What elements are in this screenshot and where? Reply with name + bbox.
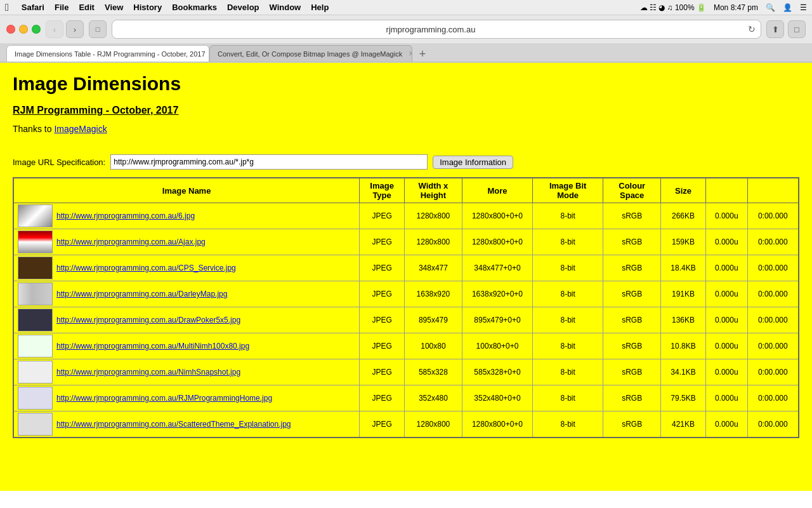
minimize-button[interactable] xyxy=(19,25,28,34)
tab-label-active: Image Dimensions Table - RJM Programming… xyxy=(15,50,206,58)
imagemagick-link[interactable]: ImageMagick xyxy=(54,124,107,134)
col-header-extra2 xyxy=(747,178,799,203)
cell-name-0: http://www.rjmprogramming.com.au/6.jpg xyxy=(13,203,360,229)
browser-toolbar: ‹ › □ ↻ ⬆ □ xyxy=(0,15,812,43)
address-bar-input[interactable] xyxy=(117,25,744,34)
cell-wh-0: 812x508 xyxy=(404,203,462,229)
cell-extra2-0: 0:00.000 xyxy=(747,203,799,229)
menu-window[interactable]: Window xyxy=(270,3,301,12)
cell-name-2: http://www.rjmprogramming.com.au/CPS_Ser… xyxy=(13,255,360,281)
tab-inactive[interactable]: Convert, Edit, Or Compose Bitmap Images … xyxy=(209,45,412,62)
cell-wh-6: 585x328 xyxy=(404,359,462,385)
image-information-button[interactable]: Image Information xyxy=(433,156,513,169)
tab-label-inactive: Convert, Edit, Or Compose Bitmap Images … xyxy=(218,50,402,58)
cell-type-5: JPEG xyxy=(360,333,405,359)
cell-type-8: JPEG xyxy=(360,411,405,438)
table-row: http://www.rjmprogramming.com.au/Scatter… xyxy=(13,411,799,438)
cell-extra1-3: 0.000u xyxy=(705,281,747,307)
cell-extra1-1: 0.000u xyxy=(705,229,747,255)
cell-wh-8: 812x508 xyxy=(404,411,462,438)
cell-colspace-3: sRGB xyxy=(603,281,661,307)
forward-button[interactable]: › xyxy=(66,20,84,38)
menu-edit[interactable]: Edit xyxy=(79,3,95,12)
table-row: http://www.rjmprogramming.com.au/CPS_Ser… xyxy=(13,255,799,281)
image-link-5[interactable]: http://www.rjmprogramming.com.au/MultiNi… xyxy=(56,342,249,351)
menu-status-icons: ☁ ☷ ◕ ♫ 100% 🔋 xyxy=(640,3,706,12)
menu-profile-icon[interactable]: 👤 xyxy=(783,3,792,12)
col-header-type: Image Type xyxy=(360,178,405,203)
menu-file[interactable]: File xyxy=(55,3,69,12)
cell-wh-5: 100x80 xyxy=(404,333,462,359)
reader-view-button[interactable]: □ xyxy=(89,20,107,38)
image-link-1[interactable]: http://www.rjmprogramming.com.au/Ajax.jp… xyxy=(56,237,206,246)
cell-size-6: 34.1KB xyxy=(661,359,706,385)
cell-size-0: 266KB xyxy=(661,203,706,229)
url-spec-input[interactable] xyxy=(110,154,428,170)
cell-bitmode-8: 8-bit xyxy=(533,411,603,438)
image-link-4[interactable]: http://www.rjmprogramming.com.au/DrawPok… xyxy=(56,316,240,324)
menu-bookmarks[interactable]: Bookmarks xyxy=(172,3,217,12)
cell-size-8: 421KB xyxy=(661,411,706,438)
image-link-2[interactable]: http://www.rjmprogramming.com.au/CPS_Ser… xyxy=(56,264,236,272)
cell-extra1-7: 0.000u xyxy=(705,385,747,411)
menu-list-icon[interactable]: ☰ xyxy=(800,3,807,12)
share-button[interactable]: ⬆ xyxy=(766,20,784,38)
traffic-lights xyxy=(6,25,41,34)
menu-develop[interactable]: Develop xyxy=(227,3,259,12)
cell-extra2-5: 0:00.000 xyxy=(747,333,799,359)
col-header-wh: Width x Height xyxy=(404,178,462,203)
browser-chrome: ‹ › □ ↻ ⬆ □ Image Dimensions Table - RJM… xyxy=(0,15,812,63)
cell-extra2-7: 0:00.000 xyxy=(747,385,799,411)
apple-menu[interactable]:  xyxy=(5,2,9,13)
image-link-3[interactable]: http://www.rjmprogramming.com.au/DarleyM… xyxy=(56,290,227,298)
cell-colspace-0: sRGB xyxy=(603,203,661,229)
tab-close-inactive[interactable]: ✕ xyxy=(409,50,412,58)
thumbnail-5 xyxy=(18,335,53,358)
image-link-7[interactable]: http://www.rjmprogramming.com.au/RJMProg… xyxy=(56,394,272,403)
cell-bitmode-7: 8-bit xyxy=(533,385,603,411)
url-spec-row: Image URL Specification: Image Informati… xyxy=(13,154,799,170)
nav-buttons: ‹ › xyxy=(46,20,84,38)
maximize-button[interactable] xyxy=(32,25,41,34)
table-row: http://www.rjmprogramming.com.au/DarleyM… xyxy=(13,281,799,307)
cell-wh-1: 812x508 xyxy=(404,229,462,255)
table-row: http://www.rjmprogramming.com.au/DrawPok… xyxy=(13,307,799,333)
address-bar-container: ↻ xyxy=(112,20,761,39)
cell-extra1-4: 0.000u xyxy=(705,307,747,333)
cell-more-6: 585x328+0+0 xyxy=(462,359,532,385)
menu-safari[interactable]: Safari xyxy=(22,3,44,12)
image-link-6[interactable]: http://www.rjmprogramming.com.au/NimhSna… xyxy=(56,368,240,377)
reload-button[interactable]: ↻ xyxy=(748,24,756,34)
cell-bitmode-1: 8-bit xyxy=(533,229,603,255)
col-header-size: Size xyxy=(661,178,706,203)
thumbnail-6 xyxy=(18,361,53,384)
thumbnail-7 xyxy=(18,387,53,410)
thanks-prefix: Thanks to xyxy=(13,124,54,134)
table-row: http://www.rjmprogramming.com.au/NimhSna… xyxy=(13,359,799,385)
cell-more-4: 895x479+0+0 xyxy=(462,307,532,333)
close-button[interactable] xyxy=(6,25,15,34)
menu-view[interactable]: View xyxy=(105,3,123,12)
cell-more-2: 348x477+0+0 xyxy=(462,255,532,281)
cell-colspace-2: sRGB xyxy=(603,255,661,281)
col-header-bitmode: Image Bit Mode xyxy=(533,178,603,203)
new-tab-button[interactable]: □ xyxy=(788,20,806,38)
thumbnail-8 xyxy=(18,413,53,436)
back-button[interactable]: ‹ xyxy=(46,20,63,38)
menu-help[interactable]: Help xyxy=(311,3,329,12)
menu-search-icon[interactable]: 🔍 xyxy=(766,3,775,12)
table-row: http://www.rjmprogramming.com.au/Ajax.jp… xyxy=(13,229,799,255)
tab-active[interactable]: Image Dimensions Table - RJM Programming… xyxy=(6,45,209,62)
cell-colspace-1: sRGB xyxy=(603,229,661,255)
cell-name-4: http://www.rjmprogramming.com.au/DrawPok… xyxy=(13,307,360,333)
cell-size-4: 136KB xyxy=(661,307,706,333)
menu-history[interactable]: History xyxy=(133,3,162,12)
image-link-8[interactable]: http://www.rjmprogramming.com.au/Scatter… xyxy=(56,420,291,429)
image-link-0[interactable]: http://www.rjmprogramming.com.au/6.jpg xyxy=(56,211,195,220)
cell-colspace-5: sRGB xyxy=(603,333,661,359)
cell-bitmode-5: 8-bit xyxy=(533,333,603,359)
cell-extra1-8: 0.000u xyxy=(705,411,747,438)
cell-name-6: http://www.rjmprogramming.com.au/NimhSna… xyxy=(13,359,360,385)
new-tab-add-button[interactable]: + xyxy=(415,46,430,62)
cell-type-1: JPEG xyxy=(360,229,405,255)
